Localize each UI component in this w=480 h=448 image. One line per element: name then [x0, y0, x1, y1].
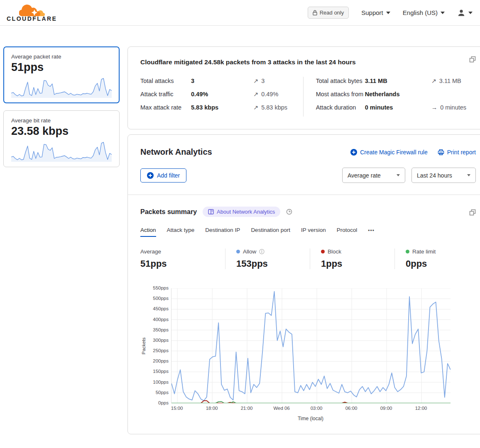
- stat-row: Most attacks from Netherlands: [316, 90, 479, 99]
- x-tick-label: 15:00: [164, 406, 189, 411]
- stat-label: Attack duration: [316, 103, 365, 112]
- stat-rate-limit: Rate limit 0pps: [394, 248, 479, 269]
- create-magic-firewall-rule-link[interactable]: Create Magic Firewall rule: [350, 149, 428, 156]
- more-tabs-button[interactable]: •••: [368, 228, 375, 236]
- support-menu[interactable]: Support: [361, 9, 390, 16]
- popout-icon[interactable]: [469, 56, 476, 63]
- stat-value: 3.11 MB: [365, 77, 431, 85]
- x-tick-label: 21:00: [234, 406, 259, 411]
- tab-destination-port[interactable]: Destination port: [251, 227, 290, 237]
- tab-ip-version[interactable]: IP version: [301, 227, 326, 237]
- dimension-tabs: Action Attack type Destination IP Destin…: [140, 227, 479, 237]
- x-axis-ticks: 15:0018:0021:00Wed 0603:0006:0009:0012:0…: [171, 406, 450, 413]
- series-stats-row: Average 51pps Allow: [140, 248, 479, 269]
- book-icon: [208, 209, 214, 214]
- language-label: English (US): [403, 9, 438, 16]
- x-tick-label: 03:00: [304, 406, 329, 411]
- y-tick-label: 350pps: [153, 327, 169, 332]
- x-tick-label: 09:00: [374, 406, 399, 411]
- metric-value: 23.58 kbps: [11, 125, 112, 138]
- stat-row: Attack duration 0 minutes →0 minutes: [316, 103, 479, 112]
- stat-row: Total attacks 3 ↗3: [140, 77, 303, 85]
- packets-summary-title: Packets summary: [140, 208, 197, 216]
- y-tick-label: 250pps: [153, 348, 169, 353]
- metric-sidebar: Average packet rate 51pps Average bit ra…: [3, 46, 120, 174]
- attack-summary-card: Cloudflare mitigated 24.58k packets from…: [127, 46, 480, 129]
- stat-average: Average 51pps: [140, 248, 225, 269]
- stat-block: Block 1pps: [310, 248, 394, 269]
- y-tick-label: 100pps: [153, 380, 169, 385]
- stat-allow: Allow 153pps: [225, 248, 310, 269]
- stat-value: 0pps: [406, 258, 479, 269]
- metric-card-packet-rate[interactable]: Average packet rate 51pps: [3, 46, 120, 103]
- packets-summary-section: Packets summary About Network Analytics: [128, 195, 480, 434]
- stat-value: Netherlands: [365, 90, 431, 99]
- y-tick-label: 200pps: [153, 358, 169, 363]
- info-icon[interactable]: [259, 249, 264, 254]
- top-header: CLOUDFLARE Read only Support English (US…: [0, 0, 480, 26]
- y-tick-label: 500pps: [153, 296, 169, 301]
- tab-action[interactable]: Action: [140, 227, 156, 237]
- metric-select[interactable]: Average rate: [342, 168, 405, 183]
- add-filter-button[interactable]: Add filter: [140, 168, 186, 183]
- user-icon: [457, 9, 465, 17]
- printer-icon: [438, 149, 444, 156]
- metric-select-value: Average rate: [348, 172, 381, 179]
- stat-value: 0.49%: [191, 90, 253, 99]
- stat-label: Total attacks: [140, 77, 191, 85]
- metric-title: Average bit rate: [11, 117, 112, 124]
- x-axis-title: Time (local): [171, 416, 450, 421]
- read-only-badge: Read only: [308, 7, 349, 19]
- metric-title: Average packet rate: [11, 54, 112, 60]
- stat-label: Attack traffic: [140, 90, 191, 99]
- stat-label: Total attack bytes: [316, 77, 365, 85]
- y-tick-label: 550pps: [153, 285, 169, 290]
- plus-circle-icon: [350, 149, 357, 156]
- stat-delta: ↗5.83 kbps: [253, 103, 287, 112]
- time-range-select[interactable]: Last 24 hours: [411, 168, 476, 183]
- network-analytics-card: Network Analytics Create Magic Firewall …: [127, 134, 480, 434]
- about-network-analytics-badge[interactable]: About Network Analytics: [203, 207, 280, 217]
- metric-card-bit-rate[interactable]: Average bit rate 23.58 kbps: [3, 110, 120, 167]
- stat-value: 1pps: [321, 258, 394, 269]
- chevron-down-icon: [397, 174, 400, 176]
- stat-value: 3: [191, 77, 253, 85]
- chevron-down-icon: [467, 174, 470, 176]
- stat-delta: →0 minutes: [431, 103, 466, 112]
- x-tick-label: Wed 06: [269, 406, 294, 411]
- logo-wordmark: CLOUDFLARE: [7, 16, 57, 22]
- stat-label: Allow: [243, 248, 256, 255]
- chevron-down-icon: [441, 12, 445, 14]
- stat-delta: ↗3.11 MB: [431, 77, 461, 85]
- chevron-down-icon: [468, 12, 473, 14]
- y-tick-label: 450pps: [153, 306, 169, 311]
- block-series-dot: [321, 250, 325, 253]
- print-report-link[interactable]: Print report: [438, 149, 476, 156]
- x-tick-label: 06:00: [339, 406, 364, 411]
- attack-stats-left: Total attacks 3 ↗3 Attack traffic 0.49% …: [140, 77, 303, 117]
- plot-area: [171, 288, 450, 403]
- stat-label: Average: [140, 248, 161, 255]
- trend-up-icon: ↗: [431, 77, 436, 85]
- stat-value: 153pps: [236, 258, 310, 269]
- bit-rate-sparkline: [11, 140, 112, 162]
- y-tick-label: 0pps: [158, 400, 169, 405]
- tab-destination-ip[interactable]: Destination IP: [205, 227, 240, 237]
- account-menu[interactable]: [457, 9, 473, 17]
- trend-up-icon: ↗: [253, 103, 258, 112]
- popout-icon[interactable]: [469, 209, 476, 216]
- rate-limit-series-dot: [406, 250, 409, 253]
- language-menu[interactable]: English (US): [403, 9, 445, 16]
- tab-attack-type[interactable]: Attack type: [167, 227, 195, 237]
- trend-up-icon: ↗: [253, 77, 258, 85]
- y-tick-label: 400pps: [153, 317, 169, 322]
- cloudflare-logo[interactable]: CLOUDFLARE: [7, 4, 57, 22]
- stat-row: Max attack rate 5.83 kbps ↗5.83 kbps: [140, 103, 303, 112]
- metric-value: 51pps: [11, 61, 112, 74]
- tab-protocol[interactable]: Protocol: [337, 227, 358, 237]
- time-range-select-value: Last 24 hours: [417, 172, 452, 179]
- clock-icon[interactable]: [286, 209, 292, 215]
- y-tick-label: 300pps: [153, 338, 169, 343]
- stat-row: Attack traffic 0.49% ↗0.49%: [140, 90, 303, 99]
- packet-rate-sparkline: [11, 76, 112, 98]
